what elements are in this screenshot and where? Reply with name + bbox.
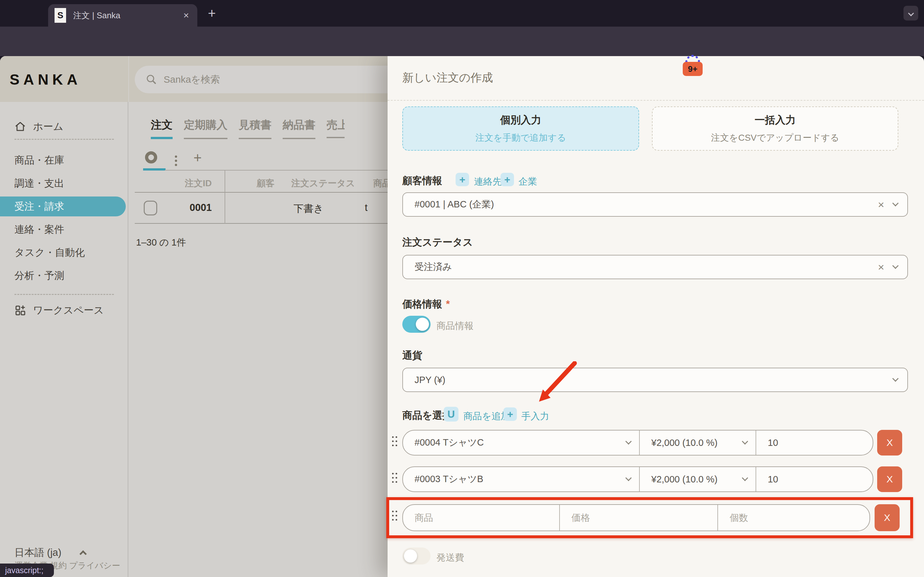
quantity-input-field[interactable] xyxy=(730,513,861,523)
view-kebab-icon[interactable] xyxy=(175,153,177,159)
sidebar-divider xyxy=(15,294,114,295)
cell-order-id[interactable]: 0001 xyxy=(173,202,212,213)
drag-handle-icon[interactable] xyxy=(392,436,399,449)
product-badge-icon[interactable]: U xyxy=(444,407,459,422)
row-checkbox[interactable] xyxy=(144,201,157,215)
quantity-value: 10 xyxy=(768,438,778,448)
app-window: SANKA ホーム 商品・在庫 調達・支出 受注・請求 連絡・案件 タスク・自動… xyxy=(0,56,924,577)
add-contact-icon[interactable]: + xyxy=(456,173,469,186)
toggle-knob xyxy=(404,550,417,562)
product-select[interactable]: #0003 TシャツB xyxy=(403,467,639,492)
chevron-down-icon[interactable] xyxy=(892,263,899,269)
language-selector[interactable]: 日本語 (ja) xyxy=(15,546,86,559)
quantity-input[interactable]: 10 xyxy=(756,430,873,455)
add-view-icon[interactable]: + xyxy=(194,150,202,166)
shipping-toggle-label: 発送費 xyxy=(436,551,464,564)
price-input-field[interactable] xyxy=(572,513,709,523)
required-asterisk: * xyxy=(446,298,450,309)
drawer-title: 新しい注文の作成 xyxy=(402,70,493,85)
status-bar-tooltip: javascript:; xyxy=(0,564,54,577)
sidebar-item-analytics[interactable]: 分析・予測 xyxy=(0,266,126,285)
sidebar-item-label: 調達・支出 xyxy=(15,177,64,190)
sidebar-item-procurement[interactable]: 調達・支出 xyxy=(0,173,126,193)
order-status-value: 受注済み xyxy=(415,261,878,274)
currency-value: JPY (¥) xyxy=(415,375,893,385)
product-select[interactable]: #0004 TシャツC xyxy=(403,430,639,455)
clear-icon[interactable]: × xyxy=(878,198,884,211)
sanka-logo[interactable]: SANKA xyxy=(10,71,81,88)
add-contact-link[interactable]: 連絡先 xyxy=(474,175,502,188)
mode-card-subtitle: 注文をCSVでアップロードする xyxy=(711,132,839,144)
currency-label: 通貨 xyxy=(402,349,422,362)
product-input-field[interactable] xyxy=(415,513,551,523)
shipping-toggle[interactable] xyxy=(402,548,431,564)
sidebar-item-label: ワークスペース xyxy=(33,303,104,317)
sidebar-item-workspace[interactable]: ワークスペース xyxy=(0,300,126,320)
product-info-toggle[interactable] xyxy=(402,316,431,333)
tab-delivery-notes[interactable]: 納品書 xyxy=(283,118,315,139)
sidebar-item-label: タスク・自動化 xyxy=(15,246,85,259)
view-circle-icon[interactable] xyxy=(145,151,157,163)
tab-title: 注文 | Sanka xyxy=(73,10,181,21)
view-active-underline xyxy=(143,168,166,171)
annotation-arrow xyxy=(522,361,593,413)
product-row: #0003 TシャツB ¥2,000 (10.0 %) 10 xyxy=(402,466,873,492)
customer-label: 顧客情報 xyxy=(402,174,442,187)
chevron-down-icon xyxy=(625,438,632,445)
sidebar-item-products[interactable]: 商品・在庫 xyxy=(0,150,126,170)
mode-card-individual[interactable]: 個別入力 注文を手動で追加する xyxy=(402,106,639,151)
browser-toolbar: app.sanka.io/ja/modules/orders/orders/ 文… xyxy=(0,27,924,56)
extension-badge[interactable]: 9+ xyxy=(683,62,703,76)
add-product-link[interactable]: 商品を追加 xyxy=(463,410,510,423)
price-input[interactable] xyxy=(559,505,717,530)
tab-quotes[interactable]: 見積書 xyxy=(239,118,271,139)
chevron-down-icon[interactable] xyxy=(892,376,899,382)
tab-orders[interactable]: 注文 xyxy=(151,118,173,139)
tab-sales[interactable]: 売上 xyxy=(326,118,344,138)
col-customer[interactable]: 顧客 xyxy=(257,177,275,189)
customer-value: #0001 | ABC (企業) xyxy=(415,198,878,211)
mode-card-bulk[interactable]: 一括入力 注文をCSVでアップロードする xyxy=(652,106,898,151)
drag-handle-icon[interactable] xyxy=(392,511,399,524)
quantity-input[interactable] xyxy=(717,505,869,530)
sidebar-item-contacts[interactable]: 連絡・案件 xyxy=(0,219,126,239)
sidebar-item-tasks[interactable]: タスク・自動化 xyxy=(0,243,126,263)
quantity-input[interactable]: 10 xyxy=(756,467,873,492)
remove-row-button[interactable]: X xyxy=(877,430,902,456)
tab-search-button[interactable] xyxy=(903,6,918,21)
remove-row-button[interactable]: X xyxy=(877,466,902,492)
mode-card-title: 一括入力 xyxy=(754,113,796,127)
sidebar-item-label: ホーム xyxy=(33,120,63,133)
col-order-status[interactable]: 注文ステータス xyxy=(291,177,355,189)
chevron-down-icon[interactable] xyxy=(892,200,899,206)
cell-product: t xyxy=(365,202,368,213)
order-status-label: 注文ステータス xyxy=(402,235,473,249)
add-company-link[interactable]: 企業 xyxy=(519,175,537,188)
drag-handle-icon[interactable] xyxy=(392,473,399,486)
new-tab-icon[interactable]: + xyxy=(208,6,216,21)
tab-close-icon[interactable]: × xyxy=(181,10,191,21)
sidebar-header: SANKA xyxy=(0,56,128,102)
remove-row-button[interactable]: X xyxy=(875,504,900,531)
col-order-id[interactable]: 注文ID xyxy=(173,177,212,189)
price-select[interactable]: ¥2,000 (10.0 %) xyxy=(639,430,756,455)
mode-card-title: 個別入力 xyxy=(500,113,541,127)
sidebar-divider xyxy=(15,139,114,140)
add-company-icon[interactable]: + xyxy=(501,173,514,186)
price-select[interactable]: ¥2,000 (10.0 %) xyxy=(639,467,756,492)
browser-tab[interactable]: S 注文 | Sanka × xyxy=(48,4,197,27)
currency-select[interactable]: JPY (¥) xyxy=(402,367,908,392)
product-input[interactable] xyxy=(403,505,559,530)
sidebar-item-label: 連絡・案件 xyxy=(15,223,64,236)
chevron-down-icon xyxy=(908,10,914,16)
product-info-toggle-label: 商品情報 xyxy=(436,319,473,332)
tab-subscriptions[interactable]: 定期購入 xyxy=(184,118,228,139)
order-status-select[interactable]: 受注済み × xyxy=(402,255,908,279)
manual-entry-icon[interactable]: + xyxy=(503,408,517,421)
customer-select[interactable]: #0001 | ABC (企業) × xyxy=(402,192,908,217)
quantity-value: 10 xyxy=(768,474,778,485)
sidebar-item-orders[interactable]: 受注・請求 xyxy=(0,197,126,216)
chevron-down-icon xyxy=(742,438,748,445)
clear-icon[interactable]: × xyxy=(878,261,884,274)
sidebar-item-home[interactable]: ホーム xyxy=(0,117,126,137)
